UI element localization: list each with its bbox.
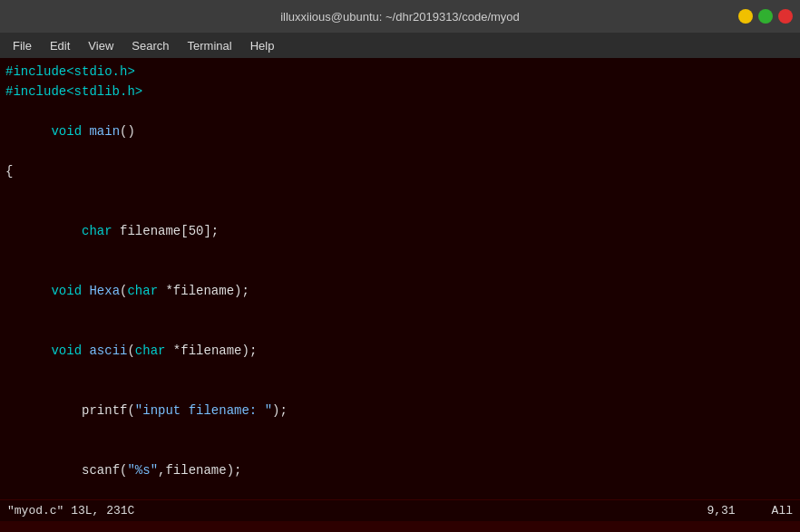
code-include-stdio: #include<stdio.h> [0, 62, 135, 82]
status-right: 9,31 All [707, 504, 793, 517]
menu-help[interactable]: Help [243, 37, 282, 54]
code-line-10: scanf("%s",filename); [0, 440, 800, 499]
code-line-1: #include<stdio.h> [0, 62, 800, 82]
code-line-7: void Hexa(char *filename); [0, 261, 800, 321]
code-void-ascii: void ascii(char *filename); [0, 321, 257, 381]
menu-search[interactable]: Search [124, 37, 176, 54]
code-include-stdlib: #include<stdlib.h> [0, 82, 142, 102]
menu-edit[interactable]: Edit [43, 37, 77, 54]
menu-view[interactable]: View [81, 37, 121, 54]
code-line-4: { [0, 161, 800, 181]
code-void-main: void main() [0, 102, 135, 161]
code-line-5 [0, 181, 800, 201]
code-line-6: char filename[50]; [0, 201, 800, 261]
status-view: All [772, 504, 793, 517]
window-controls [738, 9, 793, 24]
code-char-decl: char filename[50]; [0, 201, 219, 261]
code-open-brace: { [0, 161, 13, 181]
menu-terminal[interactable]: Terminal [180, 37, 239, 54]
minimize-button[interactable] [738, 9, 753, 24]
maximize-button[interactable] [758, 9, 773, 24]
code-line-3: void main() [0, 102, 800, 161]
status-filename: "myod.c" 13L, 231C [7, 504, 134, 517]
code-line-8: void ascii(char *filename); [0, 321, 800, 381]
code-line-9: printf("input filename: "); [0, 381, 800, 440]
code-printf: printf("input filename: "); [0, 381, 288, 440]
menubar: File Edit View Search Terminal Help [0, 33, 800, 58]
titlebar: illuxxiious@ubuntu: ~/dhr2019313/code/my… [0, 0, 800, 33]
window-title: illuxxiious@ubuntu: ~/dhr2019313/code/my… [62, 10, 738, 24]
code-line-2: #include<stdlib.h> [0, 82, 800, 102]
status-position: 9,31 [707, 504, 735, 517]
code-scanf: scanf("%s",filename); [0, 440, 241, 499]
code-void-hexa: void Hexa(char *filename); [0, 261, 249, 321]
statusbar: "myod.c" 13L, 231C 9,31 All [0, 499, 800, 521]
menu-file[interactable]: File [5, 37, 39, 54]
close-button[interactable] [778, 9, 793, 24]
editor-area[interactable]: #include<stdio.h> #include<stdlib.h> voi… [0, 58, 800, 499]
